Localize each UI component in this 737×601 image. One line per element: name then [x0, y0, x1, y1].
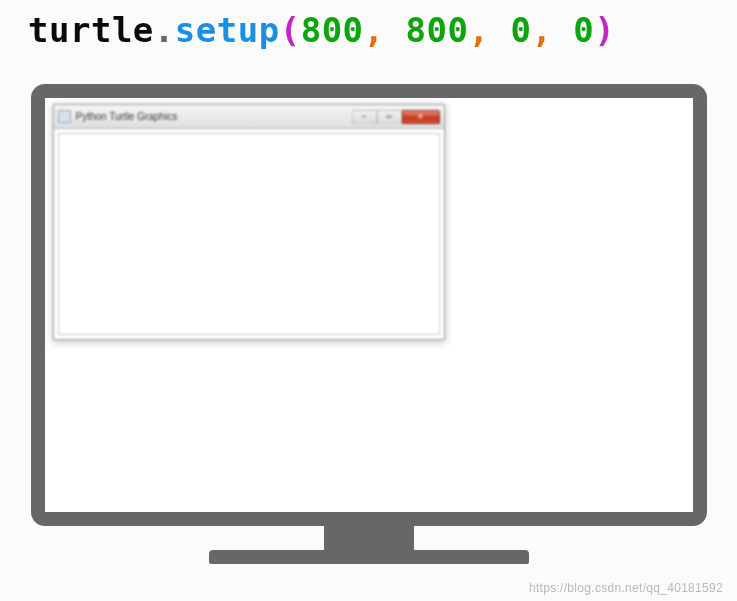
- turtle-titlebar[interactable]: Python Turtle Graphics — ▭ ✕: [54, 105, 444, 129]
- code-comma-3: ,: [531, 10, 573, 50]
- monitor-illustration: Python Turtle Graphics — ▭ ✕: [31, 84, 707, 564]
- monitor-neck: [324, 526, 414, 550]
- monitor-base: [209, 550, 529, 564]
- code-dot: .: [154, 10, 175, 50]
- code-arg-1: 800: [301, 10, 364, 50]
- maximize-button[interactable]: ▭: [377, 110, 402, 124]
- minimize-icon: —: [362, 113, 367, 121]
- window-controls: — ▭ ✕: [352, 110, 440, 124]
- code-line: turtle.setup(800, 800, 0, 0): [0, 0, 737, 54]
- watermark-text: https://blog.csdn.net/qq_40181592: [529, 581, 723, 595]
- code-comma-2: ,: [468, 10, 510, 50]
- code-arg-2: 800: [406, 10, 469, 50]
- turtle-window-title: Python Turtle Graphics: [76, 111, 352, 122]
- code-arg-4: 0: [573, 10, 594, 50]
- close-icon: ✕: [418, 112, 423, 121]
- code-paren-open: (: [280, 10, 301, 50]
- code-arg-3: 0: [510, 10, 531, 50]
- code-module: turtle: [28, 10, 154, 50]
- close-button[interactable]: ✕: [402, 110, 440, 124]
- turtle-app-icon: [58, 110, 71, 123]
- minimize-button[interactable]: —: [352, 110, 377, 124]
- code-paren-close: ): [594, 10, 615, 50]
- code-comma-1: ,: [364, 10, 406, 50]
- turtle-window[interactable]: Python Turtle Graphics — ▭ ✕: [53, 104, 445, 340]
- maximize-icon: ▭: [387, 113, 392, 121]
- code-method: setup: [175, 10, 280, 50]
- turtle-canvas: [58, 133, 440, 335]
- monitor-screen: Python Turtle Graphics — ▭ ✕: [31, 84, 707, 526]
